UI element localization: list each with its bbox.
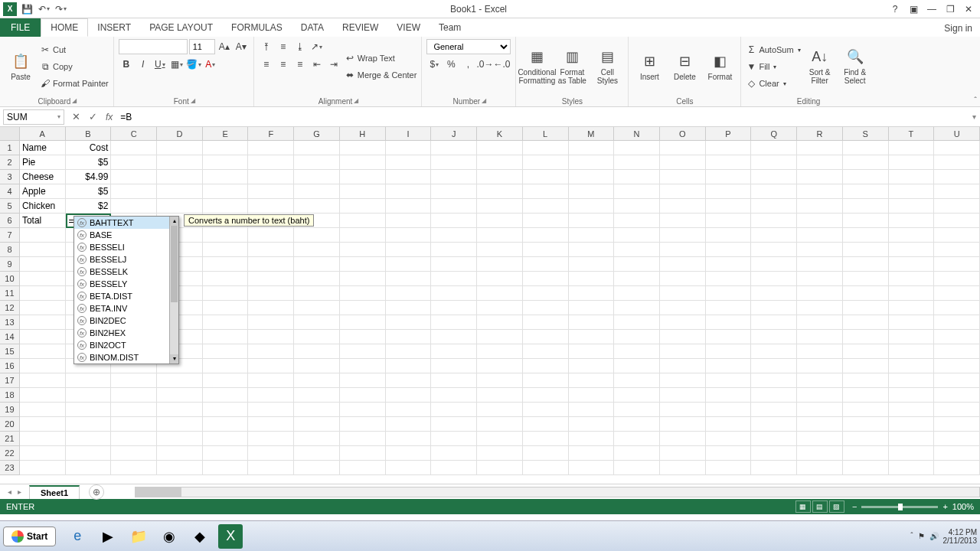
cell-K12[interactable]: [477, 301, 523, 315]
cell-A9[interactable]: [20, 257, 66, 272]
cell-C2[interactable]: [111, 155, 157, 170]
cell-T11[interactable]: [889, 286, 935, 301]
cell-C18[interactable]: [111, 388, 157, 403]
cell-K10[interactable]: [477, 272, 523, 286]
cell-Q13[interactable]: [751, 315, 797, 330]
font-name-input[interactable]: [119, 39, 188, 54]
cell-U5[interactable]: [934, 199, 980, 214]
cell-L16[interactable]: [523, 359, 569, 373]
cell-T14[interactable]: [889, 330, 935, 344]
cell-U15[interactable]: [934, 344, 980, 359]
cell-P23[interactable]: [706, 461, 752, 475]
column-header[interactable]: T: [889, 127, 935, 140]
cell-A14[interactable]: [20, 330, 66, 344]
cell-G19[interactable]: [294, 403, 340, 417]
cell-M22[interactable]: [569, 446, 615, 461]
find-select-button[interactable]: 🔍Find & Select: [839, 39, 871, 94]
tab-insert[interactable]: INSERT: [88, 18, 140, 37]
cell-S5[interactable]: [843, 199, 889, 214]
sort-filter-button[interactable]: A↓Sort & Filter: [804, 39, 836, 94]
cell-L13[interactable]: [523, 315, 569, 330]
cell-I15[interactable]: [386, 344, 432, 359]
cell-E14[interactable]: [203, 330, 249, 344]
cell-B17[interactable]: [66, 373, 112, 388]
cell-H13[interactable]: [340, 315, 386, 330]
collapse-ribbon-button[interactable]: ˆ: [974, 96, 977, 105]
cell-L23[interactable]: [523, 461, 569, 475]
number-format-select[interactable]: General: [426, 39, 511, 54]
cell-N5[interactable]: [614, 199, 660, 214]
worksheet-grid[interactable]: ABCDEFGHIJKLMNOPQRSTU 1NameCost2Pie$53Ch…: [0, 127, 980, 484]
cell-F18[interactable]: [248, 388, 294, 403]
cell-J4[interactable]: [431, 184, 477, 199]
cell-K13[interactable]: [477, 315, 523, 330]
delete-cells-button[interactable]: ⊟Delete: [668, 39, 701, 94]
cell-B2[interactable]: $5: [66, 155, 112, 170]
cell-U10[interactable]: [934, 272, 980, 286]
cell-K5[interactable]: [477, 199, 523, 214]
cell-H7[interactable]: [340, 228, 386, 243]
cell-I14[interactable]: [386, 330, 432, 344]
cell-L21[interactable]: [523, 432, 569, 446]
cell-A3[interactable]: Cheese: [20, 170, 66, 184]
cell-E8[interactable]: [203, 243, 249, 257]
function-item[interactable]: fxBETA.INV: [74, 302, 178, 315]
cell-H1[interactable]: [340, 141, 386, 155]
cell-Q16[interactable]: [751, 359, 797, 373]
cell-G21[interactable]: [294, 432, 340, 446]
cell-L20[interactable]: [523, 417, 569, 432]
cell-H5[interactable]: [340, 199, 386, 214]
cell-Q19[interactable]: [751, 403, 797, 417]
decrease-decimal-button[interactable]: ←.0: [494, 57, 509, 72]
cell-T3[interactable]: [889, 170, 935, 184]
fx-icon[interactable]: fx: [101, 112, 117, 122]
cell-D20[interactable]: [157, 417, 203, 432]
cell-E21[interactable]: [203, 432, 249, 446]
close-button[interactable]: ✕: [960, 2, 977, 16]
cell-T9[interactable]: [889, 257, 935, 272]
cell-I20[interactable]: [386, 417, 432, 432]
wrap-text-button[interactable]: ↩Wrap Text: [345, 51, 417, 66]
cell-E5[interactable]: [203, 199, 249, 214]
cell-B1[interactable]: Cost: [66, 141, 112, 155]
cell-F19[interactable]: [248, 403, 294, 417]
cell-T1[interactable]: [889, 141, 935, 155]
zoom-out-button[interactable]: −: [852, 502, 857, 511]
cell-J22[interactable]: [431, 446, 477, 461]
cell-J13[interactable]: [431, 315, 477, 330]
cell-O17[interactable]: [660, 373, 706, 388]
cell-G22[interactable]: [294, 446, 340, 461]
cell-M23[interactable]: [569, 461, 615, 475]
cell-A19[interactable]: [20, 403, 66, 417]
cell-K14[interactable]: [477, 330, 523, 344]
cell-P14[interactable]: [706, 330, 752, 344]
cell-P6[interactable]: [706, 214, 752, 228]
row-header[interactable]: 11: [0, 286, 20, 301]
cell-K11[interactable]: [477, 286, 523, 301]
row-header[interactable]: 14: [0, 330, 20, 344]
cell-D17[interactable]: [157, 373, 203, 388]
cell-J16[interactable]: [431, 359, 477, 373]
cell-D5[interactable]: [157, 199, 203, 214]
cell-N18[interactable]: [614, 388, 660, 403]
cell-G15[interactable]: [294, 344, 340, 359]
cell-F9[interactable]: [248, 257, 294, 272]
increase-indent-button[interactable]: ⇥: [326, 57, 341, 72]
cell-L10[interactable]: [523, 272, 569, 286]
cell-R3[interactable]: [797, 170, 843, 184]
cell-M12[interactable]: [569, 301, 615, 315]
cell-S22[interactable]: [843, 446, 889, 461]
cell-A21[interactable]: [20, 432, 66, 446]
ie-icon[interactable]: e: [65, 524, 90, 549]
cell-I9[interactable]: [386, 257, 432, 272]
orientation-button[interactable]: ↗: [309, 39, 325, 54]
cell-O23[interactable]: [660, 461, 706, 475]
cell-N17[interactable]: [614, 373, 660, 388]
formula-input[interactable]: [117, 109, 968, 125]
column-header[interactable]: O: [660, 127, 706, 140]
cell-S19[interactable]: [843, 403, 889, 417]
tab-file[interactable]: FILE: [0, 18, 41, 37]
cell-U6[interactable]: [934, 214, 980, 228]
cell-P20[interactable]: [706, 417, 752, 432]
cell-G2[interactable]: [294, 155, 340, 170]
